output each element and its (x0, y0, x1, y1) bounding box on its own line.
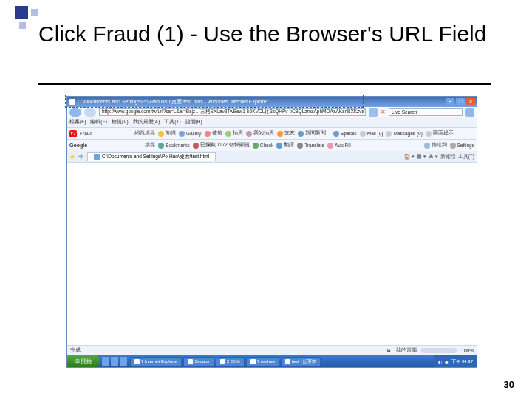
tab-favicon-icon (94, 154, 100, 160)
quick-launch (102, 357, 127, 366)
tray-clock: 下午 04:37 (451, 358, 473, 365)
tab-right-0[interactable]: 新索引 (440, 154, 456, 160)
yahoo-item-5[interactable]: 交友 (277, 130, 295, 137)
yahoo-item-4[interactable]: 我的拍賣 (246, 130, 274, 137)
google-item-5[interactable]: AutoFill (327, 143, 351, 149)
favorites-star-icon[interactable]: ★ (69, 153, 75, 160)
start-button[interactable]: ⊞ 開始 (67, 355, 100, 367)
yahoo-item-9[interactable]: Messages (0) (386, 131, 422, 137)
yahoo-search-button[interactable]: 網頁搜尋 (134, 130, 155, 137)
forward-button[interactable] (84, 108, 96, 117)
zone-text: 我的電腦 (396, 347, 417, 354)
slide-page-number: 30 (504, 379, 514, 390)
window-title-text: C:\Documents and Settings\Po-Han Hsu\桌面\… (78, 98, 268, 106)
home-icon[interactable]: 🏠 ▾ (404, 154, 415, 160)
yahoo-item-2[interactable]: 信箱 (205, 130, 222, 137)
taskbar-app-3[interactable]: 7 osshee (246, 357, 279, 366)
menu-view[interactable]: 檢視(V) (112, 119, 129, 126)
status-bar: 完成 🖥 我的電腦 100% (67, 345, 477, 355)
google-item-7[interactable]: Settings (450, 143, 475, 149)
ql-icon-1[interactable] (102, 357, 109, 366)
slide-title: Click Fraud (1) - Use the Browser's URL … (38, 21, 499, 47)
google-item-6[interactable]: 傳送到 (424, 142, 447, 149)
stop-button[interactable]: ✕ (381, 109, 386, 115)
active-tab[interactable]: C:\Documents and Settings\Po-Han\桌面\test… (87, 152, 216, 161)
refresh-button[interactable] (369, 108, 378, 117)
tab-strip: ★ ✚ C:\Documents and Settings\Po-Han\桌面\… (67, 151, 477, 163)
window-titlebar: C:\Documents and Settings\Po-Han Hsu\桌面\… (67, 97, 477, 107)
google-logo-icon: Google (69, 143, 87, 148)
address-bar-row: http://www.google.com.tw/url?sa=L&ai=Bsj… (67, 107, 477, 117)
search-go-button[interactable] (466, 108, 474, 117)
menu-file[interactable]: 檔案(F) (69, 119, 86, 126)
ie-icon (69, 99, 75, 105)
google-item-3[interactable]: 翻譯 (276, 142, 294, 149)
taskbar-app-4[interactable]: test - 記事本 (281, 357, 321, 366)
start-label: 開始 (81, 358, 92, 365)
tray-icon-1[interactable]: ◐ (438, 359, 442, 364)
browser-screenshot: C:\Documents and Settings\Po-Han Hsu\桌面\… (66, 96, 477, 368)
yahoo-item-7[interactable]: Spaces (333, 131, 357, 137)
menu-favorites[interactable]: 我的最愛(A) (133, 119, 160, 126)
menu-bar: 檔案(F) 編輯(E) 檢視(V) 我的最愛(A) 工具(T) 說明(H) (67, 117, 477, 128)
maximize-button[interactable]: □ (456, 98, 465, 105)
windows-taskbar: ⊞ 開始 7 Internet Explorer Secator 2 BOA 7… (67, 355, 477, 367)
taskbar-app-2[interactable]: 2 BOA (216, 357, 245, 366)
tray-icon-2[interactable]: ◆ (445, 359, 449, 364)
tab-label: C:\Documents and Settings\Po-Han\桌面\test… (102, 154, 209, 160)
status-text: 完成 (70, 347, 81, 354)
back-button[interactable] (69, 108, 81, 117)
yahoo-item-1[interactable]: Gallery (179, 131, 202, 137)
google-item-4[interactable]: Translate (297, 143, 324, 149)
page-content-area (67, 163, 477, 345)
yahoo-item-10[interactable]: 圖面提示 (426, 130, 454, 137)
slide-accent (15, 6, 41, 33)
minimize-button[interactable]: ‒ (446, 98, 454, 105)
google-search-button[interactable]: 搜尋 (145, 142, 155, 149)
yahoo-search-input[interactable]: Fraud (80, 131, 132, 136)
close-button[interactable]: × (466, 98, 475, 105)
windows-logo-icon: ⊞ (75, 358, 80, 364)
window-buttons: ‒ □ × (446, 98, 475, 105)
yahoo-toolbar: Y7 Fraud 網頁搜尋 知識 Gallery 信箱 拍賣 我的拍賣 交友 新… (67, 128, 477, 140)
google-item-2[interactable]: Check (253, 143, 273, 149)
google-item-0[interactable]: Bookmarks (158, 143, 190, 149)
taskbar-apps: 7 Internet Explorer Secator 2 BOA 7 ossh… (130, 357, 321, 366)
google-toolbar: Google 搜尋 Bookmarks 已攔截 1172 個快顯視 Check … (67, 140, 477, 151)
title-underline (38, 83, 491, 85)
yahoo-item-0[interactable]: 知識 (158, 130, 176, 137)
taskbar-app-1[interactable]: Secator (183, 357, 214, 366)
url-field[interactable]: http://www.google.com.tw/url?sa=L&ai=Bsj… (99, 108, 366, 116)
zone-icon: 🖥 (386, 348, 392, 353)
ql-icon-3[interactable] (120, 357, 127, 366)
taskbar-app-0[interactable]: 7 Internet Explorer (130, 357, 182, 366)
system-tray: ◐ ◆ 下午 04:37 (434, 355, 477, 367)
yahoo-item-3[interactable]: 拍賣 (225, 130, 243, 137)
tab-right-1[interactable]: 工具(T) (458, 154, 474, 160)
zoom-slider[interactable] (421, 348, 457, 353)
yahoo-item-6[interactable]: 新聞新聞… (298, 130, 331, 137)
feeds-icon[interactable]: ▦ ▾ (417, 154, 426, 160)
menu-help[interactable]: 說明(H) (185, 119, 202, 126)
slide: Click Fraud (1) - Use the Browser's URL … (0, 0, 532, 399)
menu-tools[interactable]: 工具(T) (164, 119, 180, 126)
ql-icon-2[interactable] (111, 357, 118, 366)
search-field[interactable]: Live Search (389, 108, 463, 116)
yahoo-logo-icon: Y7 (69, 130, 77, 137)
zoom-percent: 100% (461, 348, 474, 353)
google-item-1[interactable]: 已攔截 1172 個快顯視 (193, 142, 250, 149)
yahoo-item-8[interactable]: Mail (0) (360, 131, 383, 137)
print-icon[interactable]: 🖶 ▾ (429, 154, 438, 160)
add-favorites-icon[interactable]: ✚ (78, 153, 84, 160)
menu-edit[interactable]: 編輯(E) (90, 119, 107, 126)
